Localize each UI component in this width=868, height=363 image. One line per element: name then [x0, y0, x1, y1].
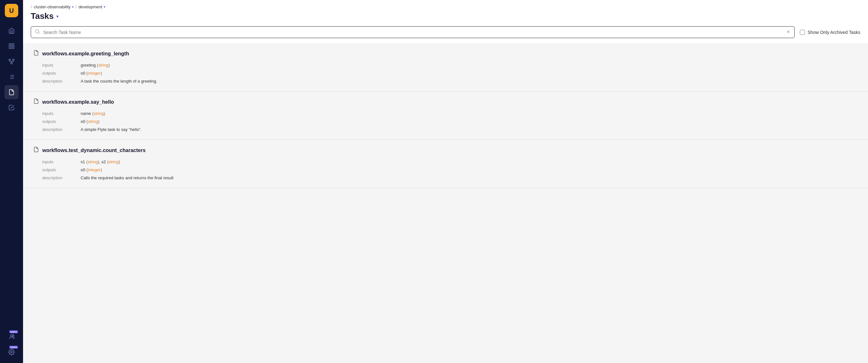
- sidebar: U Alpha Alpha: [0, 0, 23, 363]
- task-header: workflows.test_dynamic.count_characters: [33, 146, 858, 154]
- task-file-icon: [33, 146, 39, 154]
- breadcrumb-development-label: development: [79, 4, 102, 9]
- search-row: Show Only Archived Tasks: [23, 26, 868, 43]
- sidebar-item-executions[interactable]: [4, 100, 19, 115]
- inputs-value: s1 (string), s2 (string): [81, 159, 120, 164]
- task-detail-inputs: inputs name (string): [42, 111, 858, 116]
- breadcrumb-development-chevron[interactable]: ▾: [104, 5, 105, 9]
- svg-rect-3: [9, 47, 11, 49]
- task-detail-outputs: outputs o0 (integer): [42, 168, 858, 172]
- page-title-row: Tasks ▾: [31, 11, 860, 21]
- sidebar-item-home[interactable]: [4, 24, 19, 38]
- task-card: workflows.example.greeting_length inputs…: [23, 43, 868, 92]
- search-input[interactable]: [43, 30, 783, 35]
- task-name[interactable]: workflows.example.say_hello: [42, 99, 114, 105]
- outputs-value: o0 (string): [81, 119, 99, 124]
- svg-rect-5: [12, 59, 14, 61]
- task-detail-inputs: inputs s1 (string), s2 (string): [42, 159, 858, 164]
- outputs-label: outputs: [42, 71, 81, 75]
- archived-filter-row: Show Only Archived Tasks: [800, 30, 860, 35]
- svg-line-22: [38, 33, 39, 34]
- task-details: inputs greeting (string) outputs o0 (int…: [33, 63, 858, 84]
- breadcrumb-slash-2: /: [75, 4, 77, 9]
- task-file-icon: [33, 98, 39, 106]
- outputs-value: o0 (integer): [81, 71, 102, 75]
- svg-rect-0: [9, 44, 11, 46]
- alpha-badge: Alpha: [9, 330, 18, 333]
- description-label: description: [42, 175, 81, 180]
- task-details: inputs s1 (string), s2 (string) outputs …: [33, 159, 858, 180]
- sidebar-item-settings[interactable]: Alpha: [4, 345, 19, 359]
- main-content: / cluster-observability ▾ / development …: [23, 0, 868, 363]
- task-header: workflows.example.greeting_length: [33, 50, 858, 58]
- task-detail-inputs: inputs greeting (string): [42, 63, 858, 67]
- search-icon: [35, 29, 40, 35]
- task-detail-description: description Calls the required tasks and…: [42, 175, 858, 180]
- sidebar-item-dashboard[interactable]: [4, 39, 19, 53]
- task-details: inputs name (string) outputs o0 (string)…: [33, 111, 858, 132]
- archived-label[interactable]: Show Only Archived Tasks: [807, 30, 860, 35]
- sidebar-item-nav[interactable]: [4, 70, 19, 84]
- task-card: workflows.example.say_hello inputs name …: [23, 92, 868, 140]
- inputs-label: inputs: [42, 111, 81, 116]
- task-card: workflows.test_dynamic.count_characters …: [23, 140, 868, 188]
- svg-rect-4: [9, 59, 10, 61]
- page-title: Tasks: [31, 11, 54, 21]
- sidebar-item-workflows[interactable]: [4, 54, 19, 68]
- description-value: A simple Flyte task to say "hello".: [81, 127, 142, 132]
- search-box: [31, 26, 795, 38]
- svg-rect-2: [12, 47, 14, 49]
- task-file-icon: [33, 50, 39, 58]
- description-value: A task the counts the length of a greeti…: [81, 79, 157, 84]
- tasks-list: workflows.example.greeting_length inputs…: [23, 43, 868, 363]
- breadcrumb-cluster-label: cluster-observability: [34, 4, 71, 9]
- breadcrumb-slash-1: /: [31, 4, 32, 9]
- outputs-value: o0 (integer): [81, 168, 102, 172]
- breadcrumb: / cluster-observability ▾ / development …: [31, 4, 860, 9]
- archived-checkbox[interactable]: [800, 30, 805, 35]
- inputs-label: inputs: [42, 159, 81, 164]
- inputs-label: inputs: [42, 63, 81, 67]
- outputs-label: outputs: [42, 119, 81, 124]
- breadcrumb-cluster-chevron[interactable]: ▾: [72, 5, 73, 9]
- description-label: description: [42, 127, 81, 132]
- task-detail-description: description A simple Flyte task to say "…: [42, 127, 858, 132]
- inputs-value: name (string): [81, 111, 105, 116]
- svg-point-21: [35, 30, 39, 33]
- task-detail-outputs: outputs o0 (string): [42, 119, 858, 124]
- sidebar-item-agents[interactable]: Alpha: [4, 330, 19, 344]
- alpha-badge-2: Alpha: [9, 346, 18, 349]
- search-clear-button[interactable]: [786, 29, 790, 35]
- outputs-label: outputs: [42, 168, 81, 172]
- description-value: Calls the required tasks and returns the…: [81, 175, 174, 180]
- breadcrumb-development[interactable]: development ▾: [79, 4, 105, 9]
- breadcrumb-cluster[interactable]: cluster-observability ▾: [34, 4, 73, 9]
- task-detail-description: description A task the counts the length…: [42, 79, 858, 84]
- page-title-chevron[interactable]: ▾: [56, 14, 59, 19]
- task-detail-outputs: outputs o0 (integer): [42, 71, 858, 75]
- inputs-value: greeting (string): [81, 63, 110, 67]
- svg-rect-6: [11, 62, 12, 64]
- svg-point-19: [12, 335, 14, 336]
- topbar: / cluster-observability ▾ / development …: [23, 0, 868, 26]
- sidebar-item-tasks[interactable]: [4, 85, 19, 99]
- svg-point-20: [11, 352, 12, 353]
- logo[interactable]: U: [5, 4, 18, 17]
- task-name[interactable]: workflows.example.greeting_length: [42, 51, 129, 57]
- task-header: workflows.example.say_hello: [33, 98, 858, 106]
- svg-rect-1: [12, 44, 14, 46]
- description-label: description: [42, 79, 81, 84]
- task-name[interactable]: workflows.test_dynamic.count_characters: [42, 148, 146, 153]
